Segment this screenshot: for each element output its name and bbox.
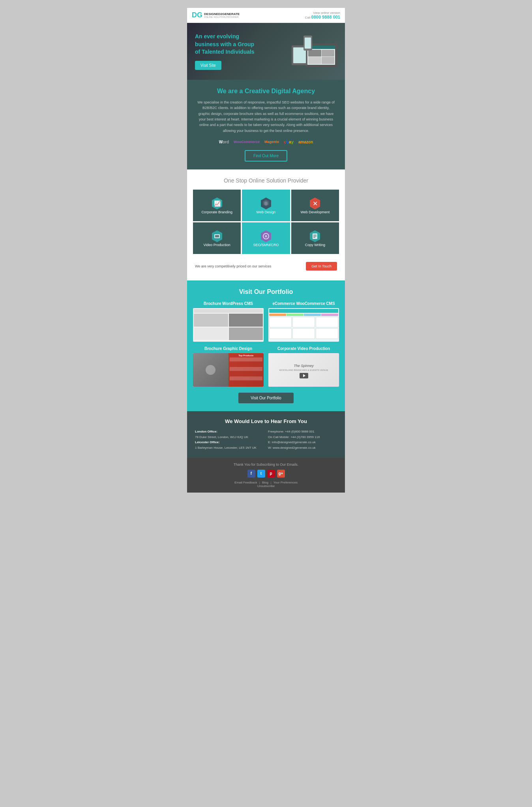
creative-heading: We are a Creative Digital Agency: [197, 88, 335, 95]
hero-text: An ever evolving business with a Group o…: [195, 33, 266, 70]
hero-section: An ever evolving business with a Group o…: [187, 23, 345, 80]
portfolio-item-label: eCommerce WooCommerce CMS: [268, 301, 339, 306]
email-label: E:: [268, 440, 271, 444]
website: www.designed2generate.co.uk: [273, 446, 316, 450]
portfolio-thumb-brochure-wp: [193, 308, 264, 342]
pricing-text: We are very competitively priced on our …: [195, 264, 271, 268]
preferences-link[interactable]: Your Preferences: [273, 481, 298, 484]
portfolio-cta: Visit Our Portfolio: [193, 393, 339, 403]
mobile-label: On Call Mobile:: [268, 435, 290, 439]
web-development-icon: ✕: [308, 197, 322, 210]
phone-number[interactable]: 0800 9888 001: [311, 15, 340, 19]
amazon-logo: amazon: [298, 140, 313, 144]
platform-logos: Word WooCommerce Magento ebay amazon: [197, 139, 335, 144]
london-label: London Office:: [195, 430, 217, 433]
service-copy-writing[interactable]: Copy Writing: [291, 222, 339, 254]
portfolio-item-label: Brochure Graphic Design: [193, 346, 264, 351]
contact-section: We Would Love to Hear From You London Of…: [187, 411, 345, 457]
contact-heading: We Would Love to Hear From You: [195, 418, 337, 424]
service-corporate-branding[interactable]: 📈 Corporate Branding: [193, 190, 241, 221]
portfolio-grid: Brochure WordPress CMS eCommerc: [193, 301, 339, 387]
social-icons: f t p g+: [195, 470, 337, 478]
footer: Thank You for Subscribing to Our Emails.…: [187, 458, 345, 493]
separator: |: [259, 481, 260, 484]
mobile: +44 (0)780 3959 116: [290, 435, 320, 439]
svg-marker-4: [264, 201, 268, 205]
freephone-label: Freephone:: [268, 430, 284, 433]
service-label: Web Design: [257, 210, 276, 214]
logo-initials: DG: [192, 11, 202, 19]
wordpress-logo: Word: [219, 140, 229, 144]
leicester-label: Leicester Office:: [195, 440, 220, 444]
blog-link[interactable]: Blog: [262, 481, 268, 484]
portfolio-brochure-wp[interactable]: Brochure WordPress CMS: [193, 301, 264, 342]
email: info@designed2generate.co.uk: [272, 440, 316, 444]
portfolio-thumb-video: The Spinney WOODLAND BRANCHES & EVENTS V…: [268, 353, 339, 387]
hero-headline: An ever evolving business with a Group o…: [195, 33, 266, 56]
email-container: DG DESIGNED2GENERATE ONLINE SOLUTION PRO…: [187, 8, 345, 493]
copy-writing-icon: [308, 229, 322, 243]
leicester-address: 1 Barleyman House, Leicester, LE5 1NT UK: [195, 446, 257, 450]
portfolio-video-production[interactable]: Corporate Video Production The Spinney W…: [268, 346, 339, 387]
header-contact: View online version Call 0800 9888 001: [305, 11, 340, 19]
unsubscribe-link[interactable]: Unsubscribe: [257, 484, 275, 488]
svg-text:📈: 📈: [214, 200, 221, 207]
service-web-design[interactable]: Web Design: [242, 190, 290, 221]
logo[interactable]: DG DESIGNED2GENERATE ONLINE SOLUTION PRO…: [192, 11, 240, 19]
hero-devices: [266, 36, 337, 67]
portfolio-section: Visit Our Portfolio Brochure WordPress C…: [187, 280, 345, 411]
portfolio-thumb-graphic: Top Products: [193, 353, 264, 387]
service-video-production[interactable]: Video Production: [193, 222, 241, 254]
svg-point-14: [265, 235, 267, 237]
logo-subtitle: ONLINE SOLUTION PROVIDER: [204, 16, 240, 18]
service-seo[interactable]: SEO/SMM/CRO: [242, 222, 290, 254]
get-in-touch-button[interactable]: Get In Touch: [306, 262, 337, 271]
visit-site-button[interactable]: Visit Site: [195, 61, 221, 70]
portfolio-graphic-design[interactable]: Brochure Graphic Design Top Products: [193, 346, 264, 387]
service-web-development[interactable]: ✕ Web Development: [291, 190, 339, 221]
google-plus-icon[interactable]: g+: [277, 470, 285, 478]
services-heading: One Stop Online Solution Provider: [193, 177, 339, 184]
portfolio-item-label: Brochure WordPress CMS: [193, 301, 264, 306]
logo-name: DESIGNED2GENERATE: [204, 12, 240, 16]
portfolio-ecommerce-woo[interactable]: eCommerce WooCommerce CMS: [268, 301, 339, 342]
visit-portfolio-button[interactable]: Visit Our Portfolio: [238, 393, 294, 403]
call-label: Call: [305, 16, 311, 19]
portfolio-item-label: Corporate Video Production: [268, 346, 339, 351]
freephone: +44 (0)800 9888 001: [285, 430, 315, 433]
service-label: Corporate Branding: [201, 210, 232, 214]
separator: |: [270, 481, 271, 484]
services-grid: 📈 Corporate Branding Web Design: [193, 190, 339, 254]
svg-text:✕: ✕: [313, 200, 318, 207]
ebay-logo: ebay: [284, 139, 294, 144]
portfolio-heading: Visit Our Portfolio: [193, 288, 339, 295]
service-label: Video Production: [203, 243, 230, 247]
services-section: One Stop Online Solution Provider 📈 Corp…: [187, 169, 345, 280]
email-feedback-link[interactable]: Email Feedback: [234, 481, 257, 484]
creative-section: We are a Creative Digital Agency We spec…: [187, 80, 345, 169]
footer-thanks: Thank You for Subscribing to Our Emails.: [195, 463, 337, 467]
creative-description: We specialise in the creation of respons…: [197, 100, 335, 134]
web-design-icon: [259, 197, 273, 210]
website-label: W:: [268, 446, 272, 450]
pinterest-icon[interactable]: p: [267, 470, 275, 478]
london-office: London Office: 78 Duke Street, London, W…: [195, 429, 264, 450]
hero-highlight: Talented Individuals: [202, 49, 255, 55]
magento-logo: Magento: [264, 140, 279, 144]
corporate-branding-icon: 📈: [210, 197, 224, 210]
pricing-row: We are very competitively priced on our …: [193, 260, 339, 273]
header: DG DESIGNED2GENERATE ONLINE SOLUTION PRO…: [187, 8, 345, 23]
view-online-link[interactable]: View online version: [305, 11, 340, 15]
london-address: 78 Duke Street, London, W1J 6JQ UK: [195, 435, 248, 439]
contact-details: Freephone: +44 (0)800 9888 001 On Call M…: [268, 429, 337, 450]
find-out-button[interactable]: Find Out More: [245, 150, 287, 162]
twitter-icon[interactable]: t: [257, 470, 265, 478]
service-label: Copy Writing: [305, 243, 325, 247]
facebook-icon[interactable]: f: [247, 470, 255, 478]
video-production-icon: [210, 229, 224, 243]
footer-links: Email Feedback | Blog | Your Preferences…: [195, 481, 337, 488]
portfolio-thumb-ecommerce: [268, 308, 339, 342]
woocommerce-logo: WooCommerce: [234, 140, 260, 144]
service-label: SEO/SMM/CRO: [253, 243, 279, 247]
service-label: Web Development: [300, 210, 330, 214]
